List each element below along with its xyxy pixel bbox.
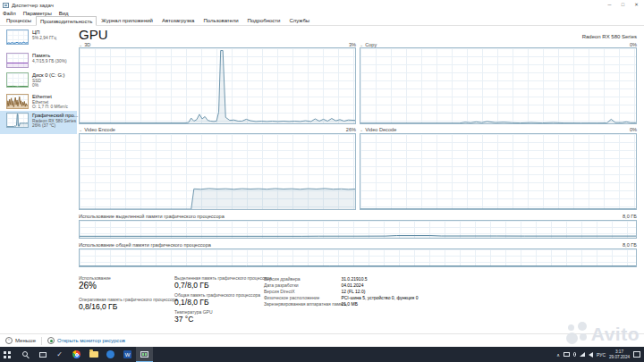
chart-shared-memory[interactable] <box>79 248 637 267</box>
chart-video-decode[interactable] <box>360 133 637 210</box>
chart-title: Video Encode <box>84 127 115 132</box>
detail-row: Версия DirectX 12 (FL 12.0) <box>264 289 532 295</box>
open-resource-monitor-link[interactable]: Открыть монитор ресурсов <box>47 337 125 344</box>
tray-expand-icon[interactable]: ∧ <box>556 352 560 358</box>
memory-mini-chart <box>6 53 29 68</box>
footer-divider <box>41 337 42 345</box>
minimize-button[interactable]: ─ <box>603 0 616 9</box>
detail-value: 04.01.2024 <box>341 282 363 288</box>
action-center-icon[interactable] <box>633 351 640 358</box>
shared-memory-value: 0,1/8,0 ГБ <box>174 298 209 307</box>
task-manager-window: Диспетчер задач ─ □ ✕ Файл Параметры Вид… <box>0 0 644 362</box>
fewer-details-button[interactable]: ⌃ Меньше <box>5 337 36 344</box>
word-button[interactable]: W <box>119 347 136 362</box>
sidebar-item-sub: 5% 2,94 ГГц <box>32 36 56 40</box>
chart-current-value: 3% <box>349 42 356 47</box>
windows-logo-icon <box>4 351 7 355</box>
gpu-name: Radeon RX 580 Series <box>582 34 637 39</box>
chart-copy[interactable] <box>360 47 637 124</box>
detail-row: Версия драйвера 31.0.21910.5 <box>264 276 532 282</box>
sidebar-item-sub2: 26% (37 °C) <box>32 123 55 128</box>
sidebar-item-sub2: 0% <box>32 83 38 88</box>
blue-app-icon <box>106 350 114 358</box>
chevron-down-icon[interactable]: ⌄ <box>79 42 82 47</box>
display-tray-icon[interactable] <box>564 352 570 357</box>
chart-3d[interactable] <box>79 47 356 124</box>
task-view-button[interactable] <box>34 347 51 362</box>
chart-current-value: 26% <box>346 127 356 132</box>
chevron-down-icon[interactable]: ⌄ <box>360 127 363 132</box>
tab-startup[interactable]: Автозагрузка <box>157 15 199 25</box>
chart-title: 3D <box>84 42 90 47</box>
folder-icon <box>89 351 98 358</box>
tab-users[interactable]: Пользователи <box>199 15 242 25</box>
task-manager-icon <box>140 351 148 358</box>
microphone-tray-icon[interactable] <box>573 352 576 357</box>
chart-header-3d: ⌄ 3D 3% <box>79 41 356 47</box>
detail-value: 21,0 МБ <box>341 301 358 307</box>
chart-video-encode[interactable] <box>79 133 356 210</box>
sidebar-item-cpu[interactable]: ЦП 5% 2,94 ГГц <box>0 28 77 49</box>
detail-label: Физическое расположение <box>264 295 340 300</box>
sidebar-item-memory[interactable]: Память 4,7/15,9 ГБ (30%) <box>0 51 77 72</box>
memory-chart-title: Использование общей памяти графического … <box>79 242 211 248</box>
tab-details[interactable]: Подробности <box>243 15 285 25</box>
ethernet-mini-chart <box>6 94 29 109</box>
start-button[interactable] <box>0 347 17 362</box>
page-title: GPU <box>79 27 108 42</box>
chart-title: Video Decode <box>365 127 396 132</box>
volume-tray-icon[interactable] <box>589 352 593 358</box>
network-tray-icon[interactable] <box>580 352 585 357</box>
sidebar-item-label: Диск 0 (C: G:) <box>32 72 64 78</box>
close-button[interactable]: ✕ <box>630 0 643 9</box>
file-explorer-button[interactable] <box>85 347 102 362</box>
maximize-button[interactable]: □ <box>616 0 630 9</box>
chart-header-video-encode: ⌄ Video Encode 26% <box>79 126 356 132</box>
detail-value: 12 (FL 12.0) <box>341 289 365 294</box>
clock[interactable]: 3:17 29.07.2024 <box>609 349 630 359</box>
chart-current-value: 0% <box>630 127 637 132</box>
language-indicator[interactable]: РУС <box>597 352 606 358</box>
sidebar-item-sub2: О: 1,7 П: 0 Мбит/с <box>32 105 68 109</box>
window-title: Диспетчер задач <box>12 3 54 8</box>
chart-current-value: 0% <box>630 42 637 47</box>
task-view-icon <box>39 352 47 358</box>
word-icon: W <box>123 350 131 358</box>
tab-processes[interactable]: Процессы <box>2 15 36 25</box>
sidebar-item-gpu[interactable]: Графический про... Radeon RX 580 Series … <box>0 111 77 134</box>
resource-monitor-label: Открыть монитор ресурсов <box>57 338 125 343</box>
chrome-button[interactable] <box>68 347 85 362</box>
detail-label: Дата разработки <box>264 282 340 288</box>
sidebar-item-disk[interactable]: Диск 0 (C: G:) SSD 0% <box>0 71 77 92</box>
sidebar-item-label: Память <box>32 53 50 58</box>
tab-services[interactable]: Службы <box>284 15 314 25</box>
gpu-memory-value: 0,8/16,0 ГБ <box>79 302 117 311</box>
chevron-down-icon[interactable]: ⌄ <box>79 127 82 132</box>
usage-value: 26% <box>79 281 97 290</box>
pinned-app-check[interactable]: ✓ <box>51 347 68 362</box>
messenger-app-button[interactable] <box>102 347 119 362</box>
detail-row: Зарезервированная аппаратная память 21,0… <box>264 301 532 307</box>
search-icon <box>22 351 28 357</box>
memory-chart-scale: 8,0 ГБ <box>623 242 637 248</box>
title-bar: Диспетчер задач ─ □ ✕ <box>0 0 644 10</box>
app-icon <box>3 3 9 8</box>
tab-app-history[interactable]: Журнал приложений <box>97 15 157 25</box>
chart-dedicated-memory[interactable] <box>79 220 637 239</box>
task-manager-taskbar-button[interactable] <box>136 347 153 362</box>
check-icon: ✓ <box>56 351 63 358</box>
gpu-mini-chart <box>6 113 29 128</box>
disk-mini-chart <box>6 72 29 88</box>
gpu-temp-value: 37 °C <box>174 315 193 324</box>
fewer-details-label: Меньше <box>15 338 36 343</box>
resource-monitor-icon <box>47 337 55 344</box>
tab-performance[interactable]: Производительность <box>36 16 97 26</box>
tab-bar: Процессы Производительность Журнал прило… <box>0 17 644 26</box>
chevron-down-icon[interactable]: ⌄ <box>360 42 363 47</box>
detail-row: Дата разработки 04.01.2024 <box>264 282 532 289</box>
chart-header-copy: ⌄ Copy 0% <box>360 41 637 47</box>
clock-date: 29.07.2024 <box>609 355 630 360</box>
chrome-icon <box>72 350 80 358</box>
search-button[interactable] <box>17 347 34 362</box>
sidebar: ЦП 5% 2,94 ГГц Память 4,7/15,9 ГБ (30%) … <box>0 27 77 333</box>
